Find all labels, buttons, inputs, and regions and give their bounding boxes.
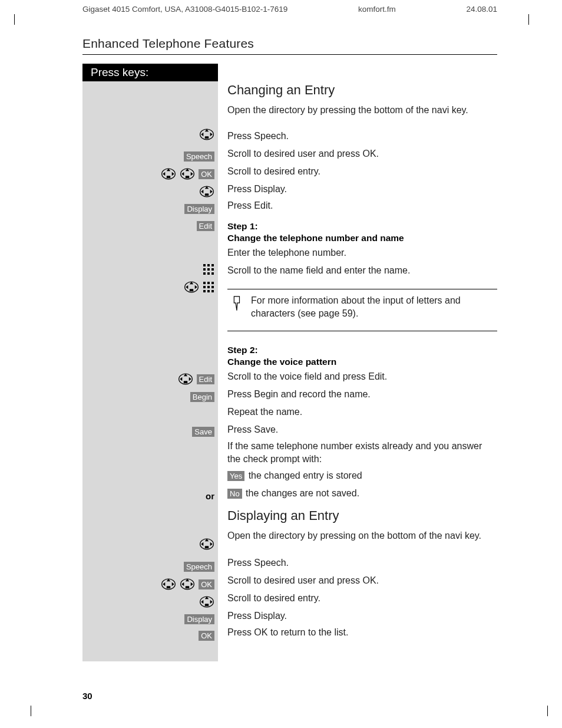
instruction-text: Scroll to the name field and enter the n… bbox=[227, 264, 497, 282]
svg-marker-62 bbox=[191, 582, 193, 587]
svg-rect-30 bbox=[190, 289, 194, 291]
svg-marker-67 bbox=[210, 600, 213, 604]
svg-rect-16 bbox=[205, 193, 209, 196]
navi-key-icon bbox=[184, 281, 199, 294]
svg-rect-24 bbox=[207, 268, 210, 271]
yes-key: Yes bbox=[227, 471, 244, 481]
instruction-text: Open the directory by pressing the botto… bbox=[227, 104, 497, 130]
save-key: Save bbox=[192, 427, 214, 437]
svg-marker-18 bbox=[201, 190, 203, 194]
svg-marker-51 bbox=[201, 542, 203, 546]
svg-marker-66 bbox=[201, 600, 203, 604]
speech-key: Speech bbox=[184, 151, 214, 162]
begin-key: Begin bbox=[190, 392, 214, 402]
svg-marker-56 bbox=[163, 582, 165, 587]
instruction-text: Press Begin and record the name. bbox=[227, 388, 497, 406]
instruction-text: Press Speech. bbox=[227, 556, 497, 574]
section-title: Enhanced Telephone Features bbox=[82, 37, 497, 55]
svg-marker-19 bbox=[210, 190, 213, 194]
svg-marker-13 bbox=[181, 172, 184, 176]
navi-key-icon bbox=[199, 185, 214, 198]
svg-rect-1 bbox=[205, 136, 209, 139]
instruction-text: Press Display. bbox=[227, 610, 497, 626]
keypad-icon bbox=[203, 281, 214, 293]
svg-rect-21 bbox=[207, 264, 210, 266]
ok-key: OK bbox=[199, 579, 214, 589]
svg-rect-27 bbox=[207, 272, 210, 275]
instruction-text: Scroll to desired user and press OK. bbox=[227, 574, 497, 592]
navi-key-icon bbox=[180, 167, 195, 180]
instruction-text: Scroll to desired entry. bbox=[227, 592, 497, 610]
svg-rect-59 bbox=[186, 586, 190, 588]
svg-rect-6 bbox=[167, 176, 171, 178]
svg-rect-41 bbox=[207, 290, 210, 292]
edit-key: Edit bbox=[197, 221, 214, 231]
svg-rect-22 bbox=[211, 264, 214, 266]
svg-marker-47 bbox=[189, 377, 191, 381]
step-heading: Step 1: Change the telephone number and … bbox=[227, 220, 497, 246]
svg-rect-23 bbox=[203, 268, 206, 271]
instruction-text: Press Speech. bbox=[227, 130, 497, 147]
svg-marker-61 bbox=[181, 582, 184, 587]
instruction-text: Press Edit. bbox=[227, 199, 497, 217]
description-column: Changing an Entry Open the directory by … bbox=[218, 81, 497, 661]
ok-key: OK bbox=[199, 631, 214, 641]
display-key: Display bbox=[184, 614, 214, 624]
navi-key-icon bbox=[161, 167, 176, 180]
header-left: Gigaset 4015 Comfort, USA, A31008-G4015-… bbox=[82, 5, 287, 14]
svg-rect-34 bbox=[203, 282, 206, 284]
svg-marker-33 bbox=[195, 285, 197, 289]
display-key: Display bbox=[184, 204, 214, 214]
instruction-text: Press OK to return to the list. bbox=[227, 626, 497, 643]
edit-key: Edit bbox=[197, 374, 214, 384]
keypad-icon bbox=[203, 263, 214, 275]
svg-marker-32 bbox=[186, 285, 188, 289]
svg-marker-14 bbox=[191, 172, 193, 176]
svg-marker-3 bbox=[201, 133, 203, 137]
svg-rect-49 bbox=[205, 546, 209, 548]
svg-marker-52 bbox=[210, 542, 213, 546]
svg-rect-54 bbox=[167, 586, 171, 588]
svg-rect-35 bbox=[207, 282, 210, 284]
note-box: For more information about the input of … bbox=[227, 289, 497, 331]
step-heading: Step 2: Change the voice pattern bbox=[227, 344, 497, 370]
svg-rect-40 bbox=[203, 290, 206, 292]
no-key: No bbox=[227, 489, 242, 499]
svg-marker-4 bbox=[210, 133, 213, 137]
instruction-text: Scroll to the voice field and press Edit… bbox=[227, 370, 497, 388]
svg-rect-38 bbox=[207, 286, 210, 288]
svg-rect-37 bbox=[203, 286, 206, 288]
svg-marker-8 bbox=[163, 172, 165, 176]
svg-rect-44 bbox=[183, 381, 187, 383]
navi-key-icon bbox=[199, 128, 214, 141]
page-header: Gigaset 4015 Comfort, USA, A31008-G4015-… bbox=[82, 5, 497, 14]
svg-rect-42 bbox=[211, 290, 214, 292]
navi-key-icon bbox=[161, 578, 176, 591]
instruction-text: If the same telephone number exists alre… bbox=[227, 440, 497, 469]
svg-rect-26 bbox=[203, 272, 206, 275]
navi-key-icon bbox=[199, 595, 214, 608]
svg-rect-36 bbox=[211, 282, 214, 284]
navi-key-icon bbox=[199, 538, 214, 551]
navi-key-icon bbox=[178, 373, 193, 386]
instruction-text: No the changes are not saved. bbox=[227, 487, 497, 505]
or-label: or bbox=[206, 491, 214, 501]
svg-rect-64 bbox=[205, 604, 209, 606]
instruction-text: Scroll to desired entry. bbox=[227, 165, 497, 183]
instruction-text: Repeat the name. bbox=[227, 406, 497, 423]
keys-column: Speech OK Display Edit bbox=[82, 81, 218, 661]
svg-marker-46 bbox=[180, 377, 182, 381]
note-text: For more information about the input of … bbox=[251, 294, 494, 319]
speech-key: Speech bbox=[184, 562, 214, 572]
svg-rect-11 bbox=[186, 176, 190, 178]
heading-displaying-entry: Displaying an Entry bbox=[227, 508, 497, 523]
svg-rect-25 bbox=[211, 268, 214, 271]
instruction-text: Open the directory by pressing on the bo… bbox=[227, 529, 497, 556]
ok-key: OK bbox=[199, 169, 214, 179]
svg-rect-20 bbox=[203, 264, 206, 266]
page-number: 30 bbox=[82, 691, 92, 701]
instruction-text: Enter the telephone number. bbox=[227, 246, 497, 264]
header-center: komfort.fm bbox=[358, 5, 396, 14]
header-right: 24.08.01 bbox=[466, 5, 497, 14]
instruction-text: Yes the changed entry is stored bbox=[227, 469, 497, 487]
